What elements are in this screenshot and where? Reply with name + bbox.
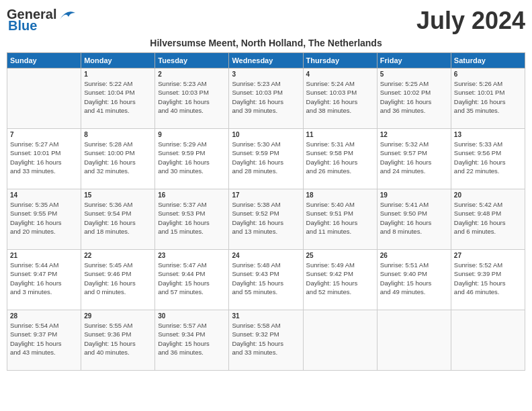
calendar-cell: 14Sunrise: 5:35 AMSunset: 9:55 PMDayligh… (7, 189, 81, 250)
day-number: 5 (380, 71, 448, 78)
day-number: 20 (454, 191, 522, 199)
day-header-saturday: Saturday (451, 53, 525, 68)
day-info-line: Sunset: 9:47 PM (10, 269, 78, 278)
day-info: Sunrise: 5:37 AMSunset: 9:53 PMDaylight:… (158, 200, 226, 236)
day-info-line: and 46 minutes. (454, 287, 522, 296)
day-info-line: Sunrise: 5:44 AM (10, 261, 78, 269)
day-number: 3 (232, 71, 300, 78)
day-info-line: and 33 minutes. (10, 167, 78, 175)
day-number: 23 (158, 252, 226, 259)
day-header-wednesday: Wednesday (229, 53, 303, 68)
day-number: 26 (380, 252, 448, 259)
day-info-line: Daylight: 15 hours (380, 279, 448, 287)
day-info: Sunrise: 5:40 AMSunset: 9:51 PMDaylight:… (306, 200, 374, 236)
day-header-sunday: Sunday (7, 53, 81, 68)
day-number: 29 (84, 312, 152, 320)
day-number: 18 (306, 191, 374, 199)
day-info-line: Sunrise: 5:26 AM (454, 79, 522, 88)
day-info: Sunrise: 5:27 AMSunset: 10:01 PMDaylight… (10, 140, 78, 175)
day-info: Sunrise: 5:58 AMSunset: 9:32 PMDaylight:… (232, 321, 300, 357)
day-info-line: Sunrise: 5:35 AM (10, 200, 78, 209)
calendar-cell: 5Sunrise: 5:25 AMSunset: 10:02 PMDayligh… (377, 68, 451, 129)
calendar-cell: 18Sunrise: 5:40 AMSunset: 9:51 PMDayligh… (303, 189, 377, 250)
day-header-friday: Friday (377, 53, 451, 68)
day-info-line: Sunset: 10:02 PM (380, 88, 448, 97)
calendar-cell: 17Sunrise: 5:38 AMSunset: 9:52 PMDayligh… (229, 189, 303, 250)
day-info-line: Daylight: 16 hours (158, 158, 226, 167)
day-info-line: Sunrise: 5:40 AM (306, 200, 374, 209)
day-info: Sunrise: 5:25 AMSunset: 10:02 PMDaylight… (380, 79, 448, 115)
day-info-line: Sunset: 9:51 PM (306, 209, 374, 218)
calendar-cell: 1Sunrise: 5:22 AMSunset: 10:04 PMDayligh… (81, 68, 155, 129)
page-header: General Blue July 2024 (7, 7, 525, 35)
day-number: 17 (232, 191, 300, 199)
day-number: 2 (158, 71, 226, 78)
day-info-line: Sunset: 10:01 PM (454, 88, 522, 97)
day-info-line: Daylight: 16 hours (306, 97, 374, 106)
day-number: 27 (454, 252, 522, 259)
calendar-cell (451, 310, 525, 371)
day-info-line: Sunrise: 5:42 AM (454, 200, 522, 209)
day-number: 12 (380, 131, 448, 138)
day-info-line: and 28 minutes. (232, 167, 300, 175)
location-title: Hilversumse Meent, North Holland, The Ne… (7, 38, 525, 48)
day-number: 15 (84, 191, 152, 199)
calendar-week-row: 28Sunrise: 5:54 AMSunset: 9:37 PMDayligh… (7, 310, 525, 371)
day-info-line: Sunrise: 5:54 AM (10, 321, 78, 330)
logo-blue: Blue (7, 18, 37, 34)
calendar-cell: 24Sunrise: 5:48 AMSunset: 9:43 PMDayligh… (229, 250, 303, 310)
logo: General Blue (7, 7, 77, 34)
day-info-line: Sunrise: 5:27 AM (10, 140, 78, 148)
day-info-line: and 24 minutes. (380, 167, 448, 175)
day-info-line: Daylight: 16 hours (84, 158, 152, 167)
day-info-line: Sunrise: 5:41 AM (380, 200, 448, 209)
day-info-line: Sunrise: 5:45 AM (84, 261, 152, 269)
day-info-line: Sunset: 9:59 PM (232, 148, 300, 157)
day-info: Sunrise: 5:28 AMSunset: 10:00 PMDaylight… (84, 140, 152, 175)
day-info: Sunrise: 5:30 AMSunset: 9:59 PMDaylight:… (232, 140, 300, 175)
day-info-line: Sunset: 10:04 PM (84, 88, 152, 97)
day-info: Sunrise: 5:29 AMSunset: 9:59 PMDaylight:… (158, 140, 226, 175)
day-info: Sunrise: 5:55 AMSunset: 9:36 PMDaylight:… (84, 321, 152, 357)
day-info-line: Daylight: 15 hours (84, 339, 152, 348)
day-info-line: Sunset: 9:39 PM (454, 269, 522, 278)
calendar-cell: 30Sunrise: 5:57 AMSunset: 9:34 PMDayligh… (155, 310, 229, 371)
day-info: Sunrise: 5:26 AMSunset: 10:01 PMDaylight… (454, 79, 522, 115)
day-info-line: Daylight: 16 hours (84, 279, 152, 287)
calendar-table: SundayMondayTuesdayWednesdayThursdayFrid… (7, 52, 525, 371)
calendar-cell: 21Sunrise: 5:44 AMSunset: 9:47 PMDayligh… (7, 250, 81, 310)
day-info-line: and 6 minutes. (454, 227, 522, 236)
day-info: Sunrise: 5:41 AMSunset: 9:50 PMDaylight:… (380, 200, 448, 236)
day-info-line: Daylight: 16 hours (158, 218, 226, 227)
day-info-line: Sunset: 9:36 PM (84, 330, 152, 338)
day-number: 21 (10, 252, 78, 259)
day-info-line: Daylight: 15 hours (232, 279, 300, 287)
calendar-cell: 7Sunrise: 5:27 AMSunset: 10:01 PMDayligh… (7, 129, 81, 189)
day-info-line: Sunset: 9:32 PM (232, 330, 300, 338)
day-info: Sunrise: 5:38 AMSunset: 9:52 PMDaylight:… (232, 200, 300, 236)
calendar-cell: 19Sunrise: 5:41 AMSunset: 9:50 PMDayligh… (377, 189, 451, 250)
day-info-line: Sunset: 9:48 PM (454, 209, 522, 218)
calendar-cell: 12Sunrise: 5:32 AMSunset: 9:57 PMDayligh… (377, 129, 451, 189)
month-year-title: July 2024 (416, 7, 525, 35)
day-number: 1 (84, 71, 152, 78)
day-info: Sunrise: 5:22 AMSunset: 10:04 PMDaylight… (84, 79, 152, 115)
day-info-line: Sunset: 9:50 PM (380, 209, 448, 218)
day-info-line: Daylight: 16 hours (306, 218, 374, 227)
day-number: 9 (158, 131, 226, 138)
day-info: Sunrise: 5:45 AMSunset: 9:46 PMDaylight:… (84, 261, 152, 296)
day-info-line: Daylight: 16 hours (306, 158, 374, 167)
day-info: Sunrise: 5:51 AMSunset: 9:40 PMDaylight:… (380, 261, 448, 296)
day-info-line: Sunset: 9:52 PM (232, 209, 300, 218)
day-info-line: Sunset: 9:54 PM (84, 209, 152, 218)
day-info-line: and 8 minutes. (380, 227, 448, 236)
day-number: 8 (84, 131, 152, 138)
day-info-line: Sunrise: 5:55 AM (84, 321, 152, 330)
day-info-line: Sunset: 9:44 PM (158, 269, 226, 278)
day-info-line: Sunset: 9:42 PM (306, 269, 374, 278)
day-info-line: and 39 minutes. (232, 106, 300, 115)
day-info-line: Sunrise: 5:57 AM (158, 321, 226, 330)
day-number: 13 (454, 131, 522, 138)
day-info-line: Daylight: 16 hours (10, 218, 78, 227)
day-info: Sunrise: 5:52 AMSunset: 9:39 PMDaylight:… (454, 261, 522, 296)
